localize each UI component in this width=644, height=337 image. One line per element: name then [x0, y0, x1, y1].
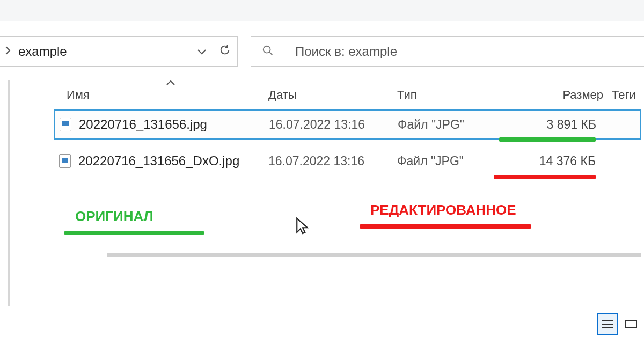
file-name: 20220716_131656_DxO.jpg [78, 153, 239, 169]
details-view-button[interactable] [597, 313, 618, 335]
column-header-size[interactable]: Размер [515, 88, 612, 102]
file-name: 20220716_131656.jpg [79, 117, 207, 132]
content-area: Имя Даты Тип Размер Теги 20220716_131656… [0, 80, 644, 306]
list-view-icon [602, 320, 613, 328]
column-header-row: Имя Даты Тип Размер Теги [54, 80, 644, 109]
search-placeholder: Поиск в: example [295, 44, 397, 59]
horizontal-scrollbar[interactable] [107, 253, 641, 257]
svg-point-0 [264, 46, 270, 53]
chevron-down-icon[interactable] [197, 47, 206, 56]
svg-line-1 [269, 52, 273, 55]
thumbnail-view-icon [625, 320, 637, 328]
annotation-original-underline [64, 231, 204, 235]
left-sidebar-scrollbar[interactable] [8, 80, 27, 306]
column-header-type[interactable]: Тип [397, 88, 515, 102]
column-header-tags[interactable]: Теги [612, 88, 644, 102]
navigation-row: example Поиск в: example [0, 32, 644, 71]
annotation-original-label: ОРИГИНАЛ [75, 208, 153, 225]
jpg-file-icon [59, 154, 71, 168]
file-date: 16.07.2022 13:16 [269, 118, 398, 132]
file-size: 3 891 КБ [516, 118, 612, 132]
column-header-name[interactable]: Имя [54, 88, 268, 102]
annotation-underline-red [494, 175, 596, 179]
cursor-icon [295, 217, 309, 238]
column-header-date[interactable]: Даты [268, 88, 397, 102]
search-box[interactable]: Поиск в: example [251, 36, 644, 67]
annotation-row: ОРИГИНАЛ РЕДАКТИРОВАННОЕ [54, 208, 644, 257]
view-mode-controls [597, 313, 642, 335]
thumbnails-view-button[interactable] [620, 313, 642, 335]
sort-ascending-icon[interactable] [166, 78, 175, 87]
file-date: 16.07.2022 13:16 [268, 154, 397, 169]
refresh-icon[interactable] [219, 44, 231, 59]
breadcrumb-bar[interactable]: example [0, 36, 238, 67]
annotation-underline-green [499, 137, 596, 142]
file-row[interactable]: 20220716_131656.jpg 16.07.2022 13:16 Фай… [54, 109, 641, 140]
breadcrumb-current[interactable]: example [18, 44, 197, 59]
search-icon [262, 45, 274, 59]
file-type: Файл "JPG" [398, 118, 516, 132]
file-row[interactable]: 20220716_131656_DxO.jpg 16.07.2022 13:16… [54, 146, 641, 176]
file-size: 14 376 КБ [515, 154, 612, 169]
jpg-file-icon [60, 118, 71, 131]
window-toolbar [0, 0, 644, 21]
file-list-panel: Имя Даты Тип Размер Теги 20220716_131656… [27, 80, 644, 306]
annotation-edited-label: РЕДАКТИРОВАННОЕ [370, 202, 516, 218]
chevron-right-icon [5, 46, 11, 57]
annotation-edited-underline [360, 224, 531, 229]
file-type: Файл "JPG" [397, 154, 515, 169]
